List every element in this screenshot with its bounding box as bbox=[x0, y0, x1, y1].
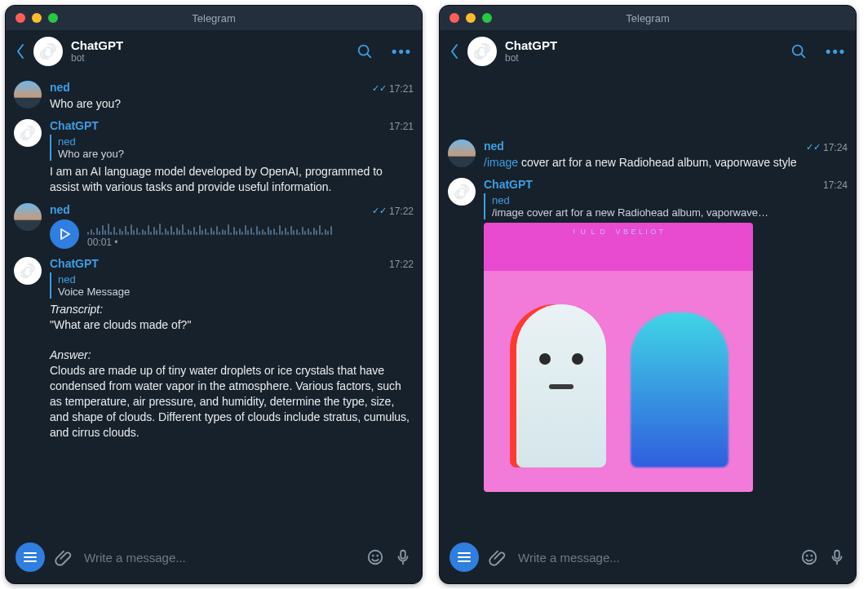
transcript-label: Transcript: bbox=[50, 303, 103, 316]
chat-avatar[interactable] bbox=[33, 37, 63, 66]
message: ned ✓✓ 17:21 Who are you? bbox=[14, 81, 414, 111]
openai-logo-icon bbox=[19, 262, 37, 280]
voice-message: 00:01 • bbox=[50, 219, 414, 249]
sender-name: ChatGPT bbox=[50, 119, 99, 132]
paperclip-icon bbox=[55, 548, 73, 566]
chat-title-block[interactable]: ChatGPT bot bbox=[505, 39, 782, 64]
chevron-left-icon bbox=[16, 43, 25, 60]
message-input[interactable] bbox=[516, 550, 790, 565]
svg-rect-4 bbox=[401, 551, 405, 559]
more-button[interactable]: ••• bbox=[392, 43, 412, 60]
message: ChatGPT 17:24 ned /image cover art for a… bbox=[448, 178, 848, 492]
message-time: 17:22 bbox=[389, 259, 414, 270]
voice-record-button[interactable] bbox=[394, 548, 412, 566]
avatar[interactable] bbox=[14, 203, 42, 231]
svg-point-8 bbox=[811, 556, 812, 556]
reply-quote[interactable]: ned Who are you? bbox=[50, 135, 414, 161]
search-button[interactable] bbox=[790, 42, 808, 60]
back-button[interactable] bbox=[450, 43, 459, 60]
message-text: Transcript: "What are clouds made of?" A… bbox=[50, 302, 414, 441]
chat-name: ChatGPT bbox=[505, 39, 782, 53]
chat-subtitle: bot bbox=[505, 53, 782, 64]
telegram-window-right: Telegram ChatGPT bot ••• bbox=[439, 5, 857, 584]
emoji-button[interactable] bbox=[366, 548, 384, 566]
quote-sender: ned bbox=[58, 135, 414, 148]
search-icon bbox=[356, 42, 374, 60]
chevron-left-icon bbox=[450, 43, 459, 60]
attach-button[interactable] bbox=[55, 548, 73, 566]
chat-header: ChatGPT bot ••• bbox=[440, 30, 856, 74]
message-time: ✓✓ 17:22 bbox=[372, 206, 414, 217]
sender-name: ned bbox=[50, 203, 70, 216]
openai-logo-icon bbox=[472, 42, 492, 61]
play-icon bbox=[59, 228, 70, 240]
svg-point-3 bbox=[377, 556, 378, 556]
avatar[interactable] bbox=[448, 178, 476, 206]
more-button[interactable]: ••• bbox=[826, 43, 846, 60]
chat-avatar[interactable] bbox=[467, 37, 497, 66]
play-button[interactable] bbox=[50, 219, 79, 249]
window-title: Telegram bbox=[6, 12, 422, 24]
voice-duration: 00:01 • bbox=[87, 237, 414, 248]
image-figure bbox=[533, 345, 590, 410]
composer bbox=[6, 534, 422, 583]
read-ticks-icon: ✓✓ bbox=[372, 206, 387, 215]
message-list[interactable]: ned ✓✓ 17:21 Who are you? bbox=[6, 74, 422, 534]
openai-logo-icon bbox=[19, 124, 37, 142]
svg-rect-9 bbox=[835, 551, 839, 559]
generated-image[interactable]: I U L D V B E L I O T bbox=[484, 223, 753, 492]
svg-point-6 bbox=[803, 551, 817, 565]
svg-point-2 bbox=[373, 556, 374, 556]
message: ned ✓✓ 17:24 /image cover art for a new … bbox=[448, 140, 848, 170]
quote-text: Who are you? bbox=[58, 148, 414, 160]
quote-sender: ned bbox=[58, 273, 414, 286]
avatar[interactable] bbox=[14, 257, 42, 285]
message-input[interactable] bbox=[82, 550, 356, 565]
window-title: Telegram bbox=[440, 12, 856, 24]
menu-button[interactable] bbox=[450, 542, 479, 572]
back-button[interactable] bbox=[16, 43, 25, 60]
svg-point-7 bbox=[807, 556, 808, 556]
message-time: ✓✓ 17:21 bbox=[372, 83, 414, 95]
avatar[interactable] bbox=[14, 81, 42, 108]
search-button[interactable] bbox=[356, 42, 374, 60]
message-text: Who are you? bbox=[50, 96, 414, 112]
quote-text: /image cover art for a new Radiohead alb… bbox=[492, 206, 848, 219]
transcript-text: "What are clouds made of?" bbox=[50, 318, 191, 331]
chat-header: ChatGPT bot ••• bbox=[6, 30, 422, 74]
message: ChatGPT 17:22 ned Voice Message Transcri… bbox=[14, 257, 414, 441]
message-time: ✓✓ 17:24 bbox=[806, 142, 848, 153]
reply-quote[interactable]: ned Voice Message bbox=[50, 272, 414, 299]
attach-button[interactable] bbox=[489, 548, 507, 566]
openai-logo-icon bbox=[453, 183, 471, 201]
read-ticks-icon: ✓✓ bbox=[806, 143, 821, 152]
message-list[interactable]: ned ✓✓ 17:24 /image cover art for a new … bbox=[440, 74, 856, 534]
sender-name: ChatGPT bbox=[484, 178, 533, 191]
sender-name: ChatGPT bbox=[50, 257, 99, 270]
avatar[interactable] bbox=[448, 140, 476, 167]
smiley-icon bbox=[366, 548, 384, 566]
avatar[interactable] bbox=[14, 119, 42, 147]
svg-point-1 bbox=[369, 551, 383, 565]
message: ChatGPT 17:21 ned Who are you? I am an A… bbox=[14, 119, 414, 195]
composer bbox=[440, 534, 856, 583]
menu-button[interactable] bbox=[16, 542, 45, 572]
message-text: I am an AI language model developed by O… bbox=[50, 164, 414, 195]
hamburger-icon bbox=[458, 556, 471, 558]
openai-logo-icon bbox=[38, 42, 58, 61]
waveform[interactable] bbox=[87, 220, 414, 235]
paperclip-icon bbox=[489, 548, 507, 566]
hamburger-icon bbox=[24, 556, 37, 558]
emoji-button[interactable] bbox=[800, 548, 818, 566]
chat-title-block[interactable]: ChatGPT bot bbox=[71, 39, 348, 64]
answer-text: Clouds are made up of tiny water droplet… bbox=[50, 364, 410, 439]
message-text: /image cover art for a new Radiohead alb… bbox=[484, 155, 848, 170]
answer-label: Answer: bbox=[50, 348, 91, 361]
chat-subtitle: bot bbox=[71, 53, 348, 64]
sender-name: ned bbox=[484, 140, 504, 153]
chat-name: ChatGPT bbox=[71, 39, 348, 53]
sender-name: ned bbox=[50, 81, 70, 94]
quote-text: Voice Message bbox=[58, 286, 414, 298]
reply-quote[interactable]: ned /image cover art for a new Radiohead… bbox=[484, 193, 848, 219]
voice-record-button[interactable] bbox=[828, 548, 846, 566]
